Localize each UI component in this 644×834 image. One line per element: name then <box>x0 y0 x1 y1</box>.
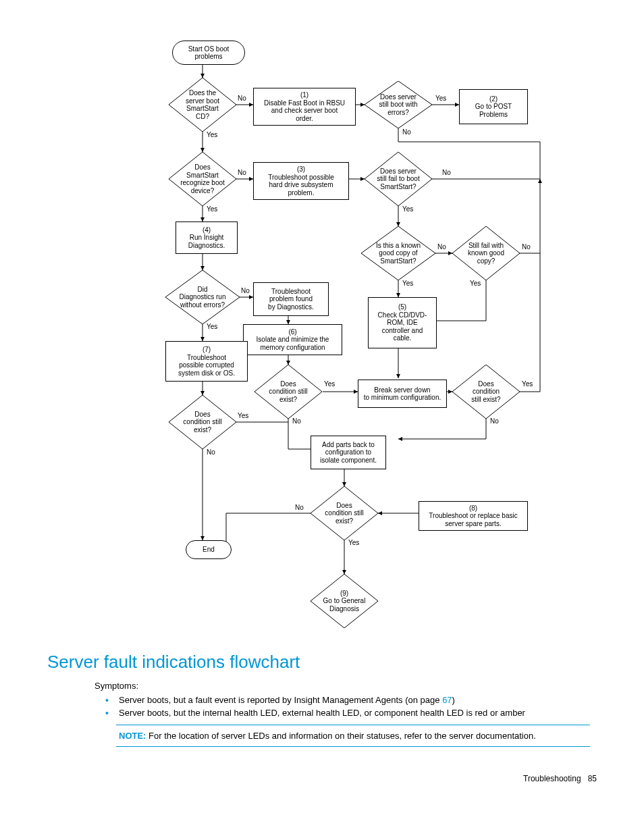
lbl-no-2: No <box>402 128 411 136</box>
lbl-yes-10: Yes <box>522 380 533 388</box>
decision-boot-smartstart: Does the server boot SmartStart CD? <box>169 78 236 132</box>
process-isolate-memory: (6) Isolate and minimize the memory conf… <box>243 324 342 355</box>
process-goto-general-diag: (9) Go to General Diagnosis <box>311 574 378 628</box>
lbl-yes-2: Yes <box>435 95 446 103</box>
process-check-cdrom: (5) Check CD/DVD- ROM, IDE controller an… <box>368 297 437 348</box>
p9-text: (9) Go to General Diagnosis <box>311 574 378 628</box>
d1-text: Does the server boot SmartStart CD? <box>169 78 236 132</box>
page-link-67[interactable]: 67 <box>442 695 452 705</box>
decision-recognize-device: Does SmartStart recognize boot device? <box>169 152 236 206</box>
decision-condition-still-4: Does condition still exist? <box>311 486 378 540</box>
process-disable-fast-boot: (1) Disable Fast Boot in RBSU and check … <box>253 88 356 126</box>
d4-text: Does server still fail to boot SmartStar… <box>365 152 432 206</box>
lbl-yes-9: Yes <box>238 412 248 420</box>
terminator-start: Start OS boot problems <box>172 41 245 65</box>
decision-diag-no-errors: Did Diagnostics run without errors? <box>165 270 240 324</box>
lbl-no-6: No <box>522 243 531 251</box>
lbl-yes-4: Yes <box>402 205 413 213</box>
lbl-yes-8: Yes <box>324 380 335 388</box>
symptoms-label: Symptoms: <box>95 681 590 691</box>
note-box: NOTE: For the location of server LEDs an… <box>116 725 590 747</box>
decision-still-fail-boot: Does server still fail to boot SmartStar… <box>365 152 432 206</box>
body-content: Symptoms: Server boots, but a fault even… <box>95 681 590 747</box>
d3-text: Does SmartStart recognize boot device? <box>169 152 236 206</box>
d8-text: Does condition still exist? <box>254 365 322 419</box>
lbl-no-4: No <box>442 169 451 177</box>
d11-text: Does condition still exist? <box>311 486 378 540</box>
process-add-parts-back: Add parts back to configuration to isola… <box>311 436 386 469</box>
lbl-yes-1: Yes <box>207 131 217 139</box>
process-goto-post: (2) Go to POST Problems <box>459 89 528 124</box>
d9-text: Does condition still exist? <box>169 395 236 449</box>
decision-condition-still-3: Does condition still exist? <box>452 365 520 419</box>
process-corrupted-os: (7) Troubleshoot possible corrupted syst… <box>165 341 248 382</box>
list-item: Server boots, but a fault event is repor… <box>116 695 590 705</box>
lbl-no-8: No <box>292 417 301 425</box>
process-troubleshoot-diag: Troubleshoot problem found by Diagnostic… <box>253 282 329 316</box>
lbl-no-3: No <box>238 169 246 177</box>
list-item: Server boots, but the internal health LE… <box>116 708 590 718</box>
end-text: End <box>203 546 215 554</box>
start-text: Start OS boot problems <box>188 45 230 61</box>
lbl-no-10: No <box>490 417 499 425</box>
lbl-yes-7: Yes <box>207 323 217 331</box>
d2-text: Does server still boot with errors? <box>365 81 432 128</box>
decision-boot-errors: Does server still boot with errors? <box>365 81 432 128</box>
section-heading: Server fault indications flowchart <box>47 652 597 673</box>
decision-still-fail-known: Still fail with known good copy? <box>452 226 520 280</box>
d7-text: Did Diagnostics run without errors? <box>165 270 240 324</box>
symptoms-list: Server boots, but a fault event is repor… <box>95 695 590 718</box>
lbl-no-9: No <box>207 448 215 457</box>
d6-text: Still fail with known good copy? <box>452 226 520 280</box>
lbl-no-1: No <box>238 95 246 103</box>
lbl-no-5: No <box>437 243 446 251</box>
bullet2-text: Server boots, but the internal health LE… <box>119 708 525 718</box>
lbl-yes-3: Yes <box>207 205 217 213</box>
footer-section: Troubleshooting <box>523 774 581 783</box>
footer-page-number: 85 <box>588 774 597 783</box>
process-hdd-subsystem: (3) Troubleshoot possible hard drive sub… <box>253 162 349 200</box>
lbl-no-11: No <box>295 504 304 512</box>
d10-text: Does condition still exist? <box>452 365 520 419</box>
terminator-end: End <box>186 540 232 559</box>
page-footer: Troubleshooting 85 <box>47 774 597 783</box>
os-boot-flowchart: Start OS boot problems Does the server b… <box>108 41 547 635</box>
bullet1-post: ) <box>452 695 455 705</box>
lbl-no-7: No <box>241 287 250 295</box>
bullet1-pre: Server boots, but a fault event is repor… <box>119 695 442 705</box>
lbl-yes-11: Yes <box>348 539 359 547</box>
process-replace-spare: (8) Troubleshoot or replace basic server… <box>419 501 528 531</box>
lbl-yes-6: Yes <box>470 280 481 288</box>
lbl-yes-5: Yes <box>402 280 413 288</box>
decision-condition-still-2: Does condition still exist? <box>169 395 236 449</box>
note-label: NOTE: <box>119 731 146 741</box>
decision-known-good-copy: Is this a known good copy of SmartStart? <box>361 226 435 280</box>
decision-condition-still-1: Does condition still exist? <box>254 365 322 419</box>
note-text: For the location of server LEDs and info… <box>146 731 535 741</box>
d5-text: Is this a known good copy of SmartStart? <box>361 226 435 280</box>
process-run-insight: (4) Run Insight Diagnostics. <box>176 221 238 254</box>
process-break-minimum: Break server down to minimum configurati… <box>358 380 447 408</box>
